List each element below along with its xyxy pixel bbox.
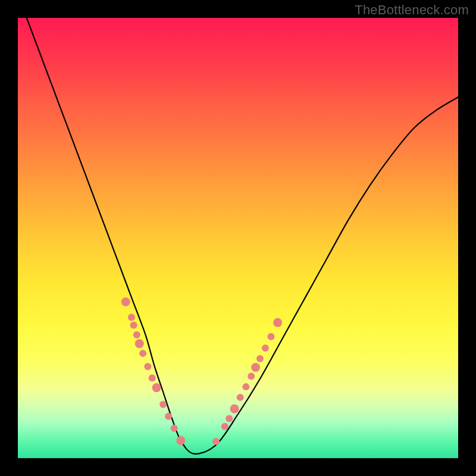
marker-dot bbox=[171, 425, 178, 432]
marker-dot bbox=[159, 401, 167, 408]
marker-dot bbox=[262, 345, 269, 352]
curve-svg bbox=[18, 18, 458, 458]
marker-dot bbox=[248, 372, 255, 380]
watermark-text: TheBottleneck.com bbox=[355, 2, 469, 18]
marker-dot bbox=[133, 331, 140, 339]
marker-dot bbox=[251, 363, 260, 372]
marker-dot bbox=[226, 415, 233, 422]
marker-dot bbox=[268, 333, 275, 340]
marker-dot bbox=[176, 436, 185, 445]
marker-dot bbox=[128, 314, 135, 321]
marker-dot bbox=[152, 383, 161, 392]
chart-frame: TheBottleneck.com bbox=[0, 0, 476, 476]
marker-dot bbox=[130, 322, 137, 329]
plot-area bbox=[18, 18, 458, 458]
marker-dot bbox=[237, 394, 244, 401]
marker-dot bbox=[135, 339, 144, 348]
marker-dot bbox=[256, 355, 264, 362]
marker-dot bbox=[144, 363, 151, 370]
bottleneck-curve bbox=[27, 18, 458, 454]
marker-dot bbox=[165, 413, 172, 420]
marker-dot bbox=[121, 298, 130, 306]
marker-dot bbox=[242, 383, 249, 390]
marker-dot bbox=[139, 350, 146, 357]
marker-dot bbox=[212, 438, 220, 445]
marker-dot bbox=[221, 423, 228, 430]
marker-dot bbox=[230, 405, 239, 414]
marker-dot bbox=[273, 318, 282, 327]
marker-dot bbox=[149, 374, 156, 381]
